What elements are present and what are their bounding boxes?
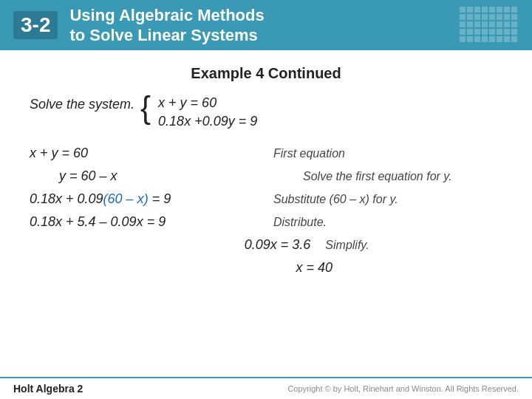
step-row: y = 60 – x Solve the first equation for … [30,168,502,184]
brace-symbol: { [140,92,151,123]
solve-label: Solve the system. [30,97,134,112]
step-math: y = 60 – x [59,168,288,184]
step-note-5: Simplify. [325,239,369,252]
step-row: x + y = 60 First equation [30,146,502,161]
step-row: 0.09x = 3.6 Simplify. [30,237,502,253]
system-eq1: x + y = 60 [158,95,257,111]
header-title: Using Algebraic Methods to Solve Linear … [69,5,264,46]
step-note-4: Distribute. [273,216,327,229]
footer-copyright: Copyright © by Holt, Rinehart and Winsto… [287,384,519,393]
step-note-1: First equation [273,147,345,160]
step-math: x = 40 [185,260,332,276]
header: 3-2 Using Algebraic Methods to Solve Lin… [0,0,532,50]
step-math: 0.09x = 3.6 [163,237,310,253]
step-row: x = 40 [30,260,502,276]
solve-system-row: Solve the system. { x + y = 60 0.18x +0.… [30,95,502,129]
example-title: Example 4 Continued [0,65,532,82]
step-note-2: Solve the first equation for y. [303,170,452,183]
step-row: 0.18x + 5.4 – 0.09x = 9 Distribute. [30,214,502,230]
system-eq2: 0.18x +0.09y = 9 [158,114,257,129]
footer-brand: Holt Algebra 2 [13,383,83,395]
step-math: 0.18x + 0.09(60 – x) = 9 [30,191,259,207]
step-math: 0.18x + 5.4 – 0.09x = 9 [30,214,259,230]
section-badge: 3-2 [13,11,58,40]
step-row: 0.18x + 0.09(60 – x) = 9 Substitute (60 … [30,191,502,207]
steps-container: x + y = 60 First equation y = 60 – x Sol… [30,146,502,276]
system-equations: x + y = 60 0.18x +0.09y = 9 [158,95,257,129]
step-math: x + y = 60 [30,146,259,161]
main-content: Solve the system. { x + y = 60 0.18x +0.… [0,95,532,276]
step-note-3: Substitute (60 – x) for y. [273,193,398,206]
footer: Holt Algebra 2 Copyright © by Holt, Rine… [0,377,532,399]
header-decoration [460,7,519,44]
